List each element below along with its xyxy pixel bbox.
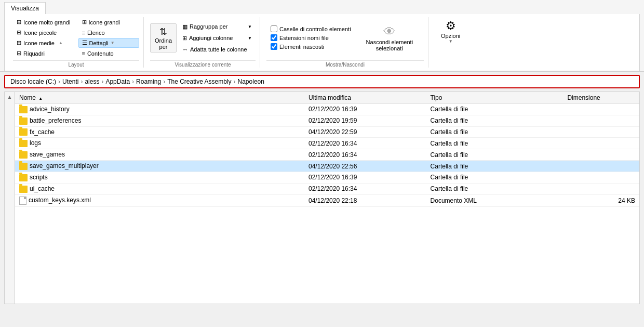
col-header-ultima-modifica[interactable]: Ultima modifica [304, 92, 426, 104]
mostra-nascondi-group: Caselle di controllo elementi Estensioni… [262, 17, 428, 68]
address-sep-1: › [58, 78, 60, 85]
cell-date: 02/12/2020 16:34 [304, 183, 426, 194]
cell-size [563, 172, 639, 183]
contenuto-button[interactable]: ≡ Contenuto [78, 48, 140, 58]
table-row[interactable]: advice_history02/12/2020 16:39Cartella d… [15, 104, 639, 115]
nascondi-icon: 👁 [383, 24, 396, 39]
ordina-per-button[interactable]: ⇅ Ordinaper [150, 23, 177, 53]
table-row[interactable]: custom_keys.keys.xml04/12/2020 22:18Docu… [15, 194, 639, 206]
estensioni-check[interactable]: Estensioni nomi file [271, 34, 351, 41]
visualizzazione-group-label: Visualizzazione corrente [150, 60, 256, 68]
folder-icon [19, 128, 28, 136]
address-part-disco[interactable]: Disco locale (C:) [10, 78, 56, 85]
icone-medie-button[interactable]: ⊞ Icone medie ▲ [13, 38, 74, 48]
cell-type: Documento XML [426, 194, 564, 206]
elenco-icon: ≡ [82, 30, 85, 36]
aggiungi-colonne-button[interactable]: ⊞ Aggiungi colonne ▼ [179, 33, 256, 43]
dettagli-button[interactable]: ☰ Dettagli ▼ [78, 38, 140, 48]
icone-piccole-icon: ⊞ [17, 29, 21, 36]
file-area: ▲ Nome ▲ Ultima modifica Tipo Dimensione… [4, 91, 640, 304]
riquadri-button[interactable]: ⊟ Riquadri [13, 48, 74, 58]
ribbon-content: ⊞ Icone molto grandi ⊞ Icone grandi ⊞ Ic… [4, 14, 640, 71]
folder-icon [19, 140, 28, 147]
cell-size [563, 115, 639, 126]
cell-type: Cartella di file [426, 138, 564, 149]
cell-type: Cartella di file [426, 172, 564, 183]
table-row[interactable]: scripts02/12/2020 16:39Cartella di file [15, 172, 639, 183]
address-sep-6: › [234, 78, 236, 85]
cell-date: 02/12/2020 16:34 [304, 138, 426, 149]
address-part-appdata[interactable]: AppData [105, 78, 130, 85]
cell-date: 02/12/2020 19:59 [304, 115, 426, 126]
cell-date: 04/12/2020 22:56 [304, 161, 426, 172]
cell-date: 02/12/2020 16:34 [304, 149, 426, 161]
checkboxes-group: Caselle di controllo elementi Estensioni… [266, 25, 355, 50]
folder-icon [19, 117, 28, 125]
address-part-aless[interactable]: aless [85, 78, 99, 85]
ribbon-tab-bar: Visualizza [4, 2, 640, 14]
file-table-body: advice_history02/12/2020 16:39Cartella d… [15, 104, 639, 207]
folder-icon [19, 186, 28, 193]
cell-date: 04/12/2020 22:18 [304, 194, 426, 206]
ribbon: Visualizza ⊞ Icone molto grandi ⊞ Icone … [0, 0, 644, 72]
elementi-nascosti-check[interactable]: Elementi nascosti [271, 43, 351, 50]
tab-visualizza[interactable]: Visualizza [4, 2, 46, 14]
table-row[interactable]: logs02/12/2020 16:34Cartella di file [15, 138, 639, 149]
table-row[interactable]: save_games02/12/2020 16:34Cartella di fi… [15, 149, 639, 161]
raggruppa-button[interactable]: ▦ Raggruppa per ▼ [179, 22, 256, 32]
folder-icon [19, 151, 28, 159]
cell-size [563, 104, 639, 115]
cell-name: ui_cache [15, 183, 304, 194]
layout-group-label: Layout [13, 60, 139, 68]
elementi-nascosti-checkbox[interactable] [271, 43, 277, 50]
address-part-creative[interactable]: The Creative Assembly [167, 78, 231, 85]
cell-date: 02/12/2020 16:39 [304, 172, 426, 183]
file-icon [19, 197, 26, 205]
icone-molto-grandi-button[interactable]: ⊞ Icone molto grandi [13, 17, 74, 27]
col-header-nome[interactable]: Nome ▲ [15, 92, 304, 104]
estensioni-checkbox[interactable] [271, 34, 277, 41]
address-sep-4: › [132, 78, 134, 85]
cell-type: Cartella di file [426, 115, 564, 126]
address-sep-5: › [163, 78, 165, 85]
table-row[interactable]: save_games_multiplayer04/12/2020 22:56Ca… [15, 161, 639, 172]
aggiungi-colonne-icon: ⊞ [182, 35, 187, 42]
cell-size [563, 138, 639, 149]
cell-date: 02/12/2020 16:39 [304, 104, 426, 115]
cell-size [563, 149, 639, 161]
cell-name: battle_preferences [15, 115, 304, 126]
icone-piccole-button[interactable]: ⊞ Icone piccole [13, 28, 74, 37]
caselle-controllo-check[interactable]: Caselle di controllo elementi [271, 25, 351, 32]
ordina-per-icon: ⇅ [159, 26, 167, 37]
icone-molto-grandi-icon: ⊞ [17, 19, 21, 25]
opzioni-button[interactable]: ⚙ Opzioni ▼ [435, 17, 466, 46]
table-row[interactable]: battle_preferences02/12/2020 19:59Cartel… [15, 115, 639, 126]
cell-type: Cartella di file [426, 104, 564, 115]
scroll-up-arrow[interactable]: ▲ [7, 94, 12, 100]
cell-type: Cartella di file [426, 183, 564, 194]
table-row[interactable]: fx_cache04/12/2020 22:59Cartella di file [15, 126, 639, 138]
address-part-napoleon[interactable]: Napoleon [238, 78, 264, 85]
adatta-colonne-button[interactable]: ↔ Adatta tutte le colonne [179, 45, 256, 54]
cell-size [563, 183, 639, 194]
cell-name: advice_history [15, 104, 304, 115]
opzioni-icon: ⚙ [446, 19, 456, 33]
caselle-checkbox[interactable] [271, 25, 277, 32]
folder-icon [19, 163, 28, 170]
address-part-roaming[interactable]: Roaming [136, 78, 161, 85]
elenco-button[interactable]: ≡ Elenco [78, 28, 140, 37]
address-part-utenti[interactable]: Utenti [62, 78, 78, 85]
col-header-tipo[interactable]: Tipo [426, 92, 564, 104]
sort-arrow-nome: ▲ [38, 96, 43, 101]
nascondi-button[interactable]: 👁 Nascondi elementiselezionati [359, 22, 420, 54]
cell-date: 04/12/2020 22:59 [304, 126, 426, 138]
icone-grandi-button[interactable]: ⊞ Icone grandi [78, 17, 140, 27]
cell-size: 24 KB [563, 194, 639, 206]
address-bar[interactable]: Disco locale (C:) › Utenti › aless › App… [4, 75, 640, 88]
cell-name: save_games [15, 149, 304, 161]
col-header-dimensione[interactable]: Dimensione [563, 92, 639, 104]
table-row[interactable]: ui_cache02/12/2020 16:34Cartella di file [15, 183, 639, 194]
file-table: Nome ▲ Ultima modifica Tipo Dimensione a… [15, 92, 639, 207]
cell-name: fx_cache [15, 126, 304, 138]
adatta-colonne-icon: ↔ [182, 46, 188, 53]
